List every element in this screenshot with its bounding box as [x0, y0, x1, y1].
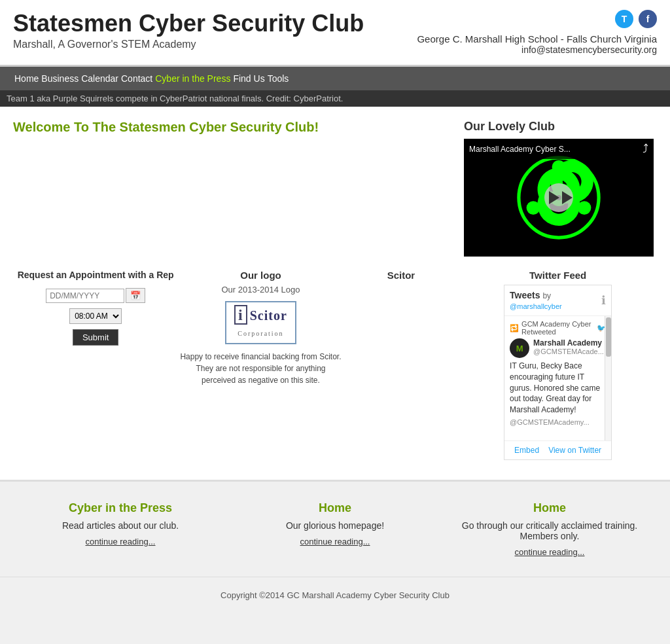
logo-title: Our logo [178, 270, 343, 281]
footer-col2-link[interactable]: continue reading... [300, 537, 370, 546]
main-left: Welcome To The Statesmen Cyber Security … [13, 120, 438, 145]
site-title: Statesmen Cyber Security Club [13, 10, 364, 37]
footer-col1-desc: Read articles about our club. [24, 520, 217, 531]
by-label: by [542, 291, 551, 300]
video-title: Marshall Academy Cyber S... [469, 145, 571, 154]
footer-col-2: Home Our glorious homepage! continue rea… [238, 501, 431, 557]
svg-point-5 [527, 201, 540, 215]
navigation: HomeBusinessCalendarContactCyber in the … [0, 67, 670, 90]
twitter-scroll-area[interactable]: 🔁 GCM Academy Cyber Retweeted 🐦 M Marsha… [504, 316, 611, 440]
twitter-widget-footer: Embed View on Twitter [504, 440, 611, 459]
appointment-section: Request an Appointment with a Rep 📅 08:0… [13, 270, 178, 346]
main-right: Our Lovely Club Marshall Academy Cyber S… [464, 120, 657, 257]
nav-business[interactable]: Business [40, 67, 80, 90]
nav-tools[interactable]: Tools [266, 67, 291, 90]
footer-col3-title: Home [453, 501, 646, 515]
retweet-icon: 🔁 [510, 324, 519, 332]
time-select[interactable]: 08:00 AM [69, 308, 122, 324]
appointment-form: 📅 08:00 AM Submit [13, 288, 178, 346]
footer-col-1: Cyber in the Press Read articles about o… [24, 501, 217, 557]
scrollbar-track[interactable] [605, 316, 611, 440]
tweet-author-name: Marshall Academy [533, 338, 604, 348]
facebook-icon[interactable]: f [639, 10, 657, 28]
tweet-extra: @GCMSTEMAcademy... [510, 418, 606, 426]
view-on-twitter-link[interactable]: View on Twitter [548, 446, 601, 455]
nav-contact[interactable]: Contact [120, 67, 154, 90]
twitter-handle[interactable]: @marshallcyber [510, 302, 562, 310]
footer-col1-title: Cyber in the Press [24, 501, 217, 515]
tweet-author-info: Marshall Academy @GCMSTEMAcade... [533, 338, 604, 355]
twitter-widget: Tweets by @marshallcyber ℹ 🔁 GCM Academy… [504, 285, 612, 460]
twitter-title-block: Tweets by @marshallcyber [510, 290, 562, 311]
nav-find-us[interactable]: Find Us [232, 67, 266, 90]
play-button[interactable] [544, 183, 573, 212]
video-title-bar: Marshall Academy Cyber S... ⤴ [464, 139, 654, 159]
twitter-info-icon[interactable]: ℹ [601, 293, 606, 308]
copyright-text: Copyright ©2014 GC Marshall Academy Cybe… [220, 590, 450, 600]
footer-col1-link[interactable]: continue reading... [86, 537, 156, 546]
school-name: George C. Marshall High School - Falls C… [417, 33, 657, 45]
avatar-letter: M [516, 344, 523, 353]
banner-text: Team 1 aka Purple Squirrels compete in C… [7, 94, 343, 103]
submit-button[interactable]: Submit [73, 329, 118, 346]
twitter-section-title: Twitter Feed [459, 270, 657, 281]
svg-point-6 [578, 201, 591, 215]
tweet-author-row: M Marshall Academy @GCMSTEMAcade... [510, 338, 606, 358]
nav-cyber-press[interactable]: Cyber in the Press [154, 67, 232, 90]
logo-subtitle: Our 2013-2014 Logo [178, 285, 343, 295]
appointment-title: Request an Appointment with a Rep [13, 270, 178, 280]
date-input[interactable] [46, 289, 124, 303]
copyright-bar: Copyright ©2014 GC Marshall Academy Cybe… [0, 577, 670, 613]
footer-col3-link[interactable]: continue reading... [515, 547, 585, 557]
tweet-content: 🔁 GCM Academy Cyber Retweeted 🐦 M Marsha… [504, 316, 611, 430]
lovely-club-title: Our Lovely Club [464, 120, 657, 134]
nav-home[interactable]: Home [13, 67, 40, 90]
twitter-icon[interactable]: T [615, 10, 633, 28]
welcome-title: Welcome To The Statesmen Cyber Security … [13, 120, 438, 135]
scitor-title: Scitor [344, 270, 459, 281]
footer-col3-desc: Go through our critically acclaimed trai… [453, 520, 646, 541]
twitter-widget-header: Tweets by @marshallcyber ℹ [504, 285, 611, 316]
page-header: Statesmen Cyber Security Club Marshall, … [0, 0, 670, 67]
nav-calendar[interactable]: Calendar [80, 67, 120, 90]
scrollbar-thumb[interactable] [606, 317, 611, 357]
footer-col-3: Home Go through our critically acclaimed… [453, 501, 646, 557]
tweet-text: IT Guru, Becky Bace encouraging future I… [510, 361, 606, 416]
social-icons: T f [417, 10, 657, 28]
header-right: T f George C. Marshall High School - Fal… [417, 10, 657, 55]
video-share-icon: ⤴ [643, 142, 648, 156]
site-subtitle: Marshall, A Governor's STEM Academy [13, 39, 364, 50]
tweet-avatar: M [510, 338, 529, 358]
logo-section: Our logo Our 2013-2014 Logo iScitorCorpo… [178, 270, 343, 386]
play-icon [549, 191, 559, 204]
embed-link[interactable]: Embed [514, 446, 539, 455]
retweet-row: 🔁 GCM Academy Cyber Retweeted 🐦 [510, 320, 606, 336]
calendar-button[interactable]: 📅 [126, 288, 145, 303]
twitter-feed-section: Twitter Feed Tweets by @marshallcyber ℹ [459, 270, 657, 460]
scitor-section: Scitor [344, 270, 459, 285]
footer-col2-title: Home [238, 501, 431, 515]
retweet-label: GCM Academy Cyber Retweeted [521, 320, 594, 336]
svg-point-4 [552, 160, 566, 174]
scitor-desc: Happy to receive financial backing from … [178, 351, 343, 386]
footer-col2-desc: Our glorious homepage! [238, 520, 431, 531]
footer-sections: Cyber in the Press Read articles about o… [0, 480, 670, 577]
scitor-logo-text: iScitorCorporation [234, 308, 287, 338]
tweet-screen-name: @GCMSTEMAcade... [533, 348, 604, 355]
video-container[interactable]: Marshall Academy Cyber S... ⤴ [464, 139, 654, 257]
scitor-logo: iScitorCorporation [225, 301, 296, 344]
tweets-label: Tweets [510, 290, 540, 300]
email-address: info@statesmencybersecurity.org [417, 45, 657, 55]
header-left: Statesmen Cyber Security Club Marshall, … [13, 10, 364, 50]
banner: Team 1 aka Purple Squirrels compete in C… [0, 90, 670, 107]
